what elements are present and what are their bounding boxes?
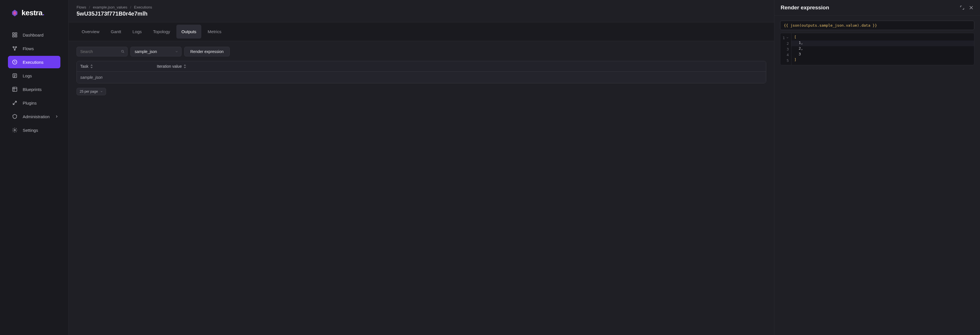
logo-icon <box>11 9 19 17</box>
th-task[interactable]: Task <box>80 64 157 68</box>
breadcrumb-sep: / <box>89 5 90 10</box>
select-value: sample_json <box>135 49 157 54</box>
breadcrumb-sep: / <box>130 5 131 10</box>
render-expression-button[interactable]: Render expression <box>184 47 230 56</box>
nav-dashboard[interactable]: Dashboard <box>8 29 60 41</box>
code-line: [ <box>794 35 797 39</box>
svg-rect-2 <box>13 35 14 37</box>
controls-row: sample_json Render expression <box>76 47 766 56</box>
fold-icon[interactable] <box>786 36 789 39</box>
cell-task: sample_json <box>80 75 103 79</box>
search-input[interactable] <box>76 47 127 56</box>
code-line: 2, <box>794 46 803 51</box>
svg-point-5 <box>16 46 16 47</box>
nav-label: Plugins <box>23 101 37 105</box>
executions-icon <box>12 59 18 65</box>
svg-rect-9 <box>13 87 17 92</box>
tab-metrics[interactable]: Metrics <box>202 25 226 38</box>
nav-label: Blueprints <box>23 87 42 92</box>
table-row[interactable]: sample_json <box>77 72 766 83</box>
sidebar: kestra. Dashboard Flows Executions Logs … <box>0 0 68 335</box>
nav-plugins[interactable]: Plugins <box>8 97 60 109</box>
nav-logs[interactable]: Logs <box>8 70 60 82</box>
search-icon <box>121 49 125 54</box>
nav: Dashboard Flows Executions Logs Blueprin… <box>0 26 68 139</box>
sort-icon <box>183 64 186 68</box>
plugins-icon <box>12 100 18 106</box>
svg-point-6 <box>14 49 15 50</box>
dashboard-icon <box>12 32 18 38</box>
nav-label: Executions <box>23 60 43 65</box>
nav-settings[interactable]: Settings <box>8 124 60 137</box>
render-panel: Render expression {{ json(outputs.sample… <box>774 0 980 335</box>
chevron-down-icon <box>100 90 103 93</box>
search-wrap <box>76 47 127 56</box>
chevron-down-icon <box>175 50 178 53</box>
table-header: Task Iteration value <box>77 61 766 72</box>
nav-flows[interactable]: Flows <box>8 42 60 55</box>
main-content: Flows / example.json_values / Executions… <box>68 0 774 335</box>
svg-rect-1 <box>15 33 17 35</box>
th-iteration[interactable]: Iteration value <box>157 64 762 68</box>
tabs: Overview Gantt Logs Topology Outputs Met… <box>68 22 774 41</box>
pagination-select[interactable]: 25 per page <box>76 88 106 95</box>
expression-input[interactable]: {{ json(outputs.sample_json.value).data … <box>780 21 974 30</box>
nav-label: Logs <box>23 73 32 78</box>
svg-rect-3 <box>15 35 17 37</box>
nav-label: Dashboard <box>23 33 43 37</box>
svg-point-10 <box>14 130 16 131</box>
panel-body: {{ json(outputs.sample_json.value).data … <box>775 16 980 70</box>
code-line: 1, <box>794 41 803 45</box>
svg-rect-0 <box>13 33 14 35</box>
nav-label: Administration <box>23 114 49 119</box>
panel-actions <box>959 5 974 10</box>
nav-administration[interactable]: Administration <box>8 110 60 123</box>
tab-outputs[interactable]: Outputs <box>177 25 202 38</box>
content-area: sample_json Render expression Task Itera… <box>68 41 774 101</box>
nav-label: Settings <box>23 128 38 133</box>
svg-point-11 <box>121 50 123 52</box>
code-line: 3 <box>794 52 801 56</box>
tab-gantt[interactable]: Gantt <box>106 25 126 38</box>
close-icon[interactable] <box>969 5 974 10</box>
nav-label: Flows <box>23 46 34 51</box>
pagination-label: 25 per page <box>80 90 98 94</box>
breadcrumb-item[interactable]: example.json_values <box>93 5 127 10</box>
blueprints-icon <box>12 86 18 92</box>
code-line: ] <box>794 57 797 62</box>
sort-icon <box>90 64 93 68</box>
panel-title: Render expression <box>781 5 829 11</box>
gutter: 1 2 3 4 5 <box>780 33 791 65</box>
code-output: 1 2 3 4 5 [ 1, 2, 3 ] <box>780 33 974 65</box>
outputs-table: Task Iteration value sample_json <box>76 61 766 83</box>
settings-icon <box>12 127 18 133</box>
code-lines: [ 1, 2, 3 ] <box>791 33 974 65</box>
chevron-right-icon <box>55 114 59 119</box>
task-select[interactable]: sample_json <box>130 47 181 56</box>
nav-blueprints[interactable]: Blueprints <box>8 83 60 95</box>
tab-topology[interactable]: Topology <box>148 25 175 38</box>
logo-text: kestra. <box>22 8 44 17</box>
breadcrumb-item[interactable]: Executions <box>134 5 152 10</box>
logs-icon <box>12 73 18 78</box>
tab-logs[interactable]: Logs <box>127 25 147 38</box>
svg-point-4 <box>13 46 14 47</box>
nav-executions[interactable]: Executions <box>8 56 60 68</box>
admin-icon <box>12 114 18 119</box>
breadcrumb-item[interactable]: Flows <box>76 5 86 10</box>
flows-icon <box>12 46 18 51</box>
tab-overview[interactable]: Overview <box>76 25 105 38</box>
breadcrumb: Flows / example.json_values / Executions <box>68 0 774 11</box>
page-title: 5wU35J173f771B0r4e7mlh <box>68 11 774 22</box>
panel-header: Render expression <box>775 0 980 16</box>
expand-icon[interactable] <box>959 5 965 10</box>
logo[interactable]: kestra. <box>0 8 68 26</box>
